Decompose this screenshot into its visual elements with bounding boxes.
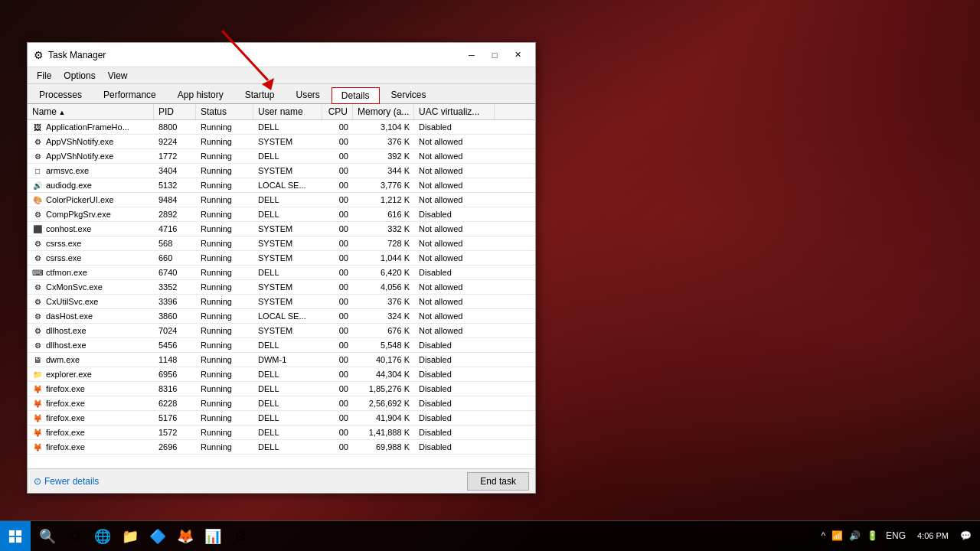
tab-processes[interactable]: Processes: [29, 86, 92, 103]
taskbar-excel[interactable]: 📊: [199, 521, 227, 552]
cell-uac: Not allowed: [414, 251, 507, 265]
table-row[interactable]: 🖥 dwm.exe 1148 Running DWM-1 00 40,176 K…: [28, 353, 535, 367]
table-row[interactable]: 🦊 firefox.exe 5176 Running DELL 00 41,90…: [28, 411, 535, 425]
table-row[interactable]: □ armsvc.exe 3404 Running SYSTEM 00 344 …: [28, 164, 535, 178]
cell-pid: 3352: [154, 280, 196, 294]
maximize-button[interactable]: □: [483, 47, 506, 64]
tray-language[interactable]: ENG: [884, 530, 908, 541]
close-button[interactable]: ✕: [506, 47, 529, 64]
table-row[interactable]: ⚙ dllhost.exe 5456 Running DELL 00 5,548…: [28, 338, 535, 353]
table-row[interactable]: 🦊 firefox.exe 8316 Running DELL 00 1,85,…: [28, 382, 535, 396]
svg-rect-2: [9, 530, 15, 535]
start-button[interactable]: [0, 521, 31, 552]
cell-uac: Disabled: [414, 353, 507, 367]
table-row[interactable]: 📁 explorer.exe 6956 Running DELL 00 44,3…: [28, 367, 535, 382]
cell-uac: Not allowed: [414, 178, 507, 192]
taskbar-explorer[interactable]: 📁: [116, 521, 144, 552]
taskbar-firefox[interactable]: 🦊: [172, 521, 199, 552]
process-name: AppVShNotify.exe: [46, 137, 113, 146]
cell-memory: 1,41,888 K: [353, 425, 414, 439]
bottom-bar: ⊙ Fewer details End task: [28, 468, 535, 493]
cell-name: 🎨 ColorPickerUI.exe: [28, 193, 154, 207]
col-header-user[interactable]: User name: [253, 104, 322, 119]
cell-uac: Disabled: [414, 266, 507, 279]
tray-volume[interactable]: 🔊: [847, 530, 863, 541]
table-row[interactable]: ⚙ AppVShNotify.exe 9224 Running SYSTEM 0…: [28, 135, 535, 149]
col-header-pid[interactable]: PID: [154, 104, 196, 119]
menu-options[interactable]: Options: [57, 70, 101, 82]
end-task-button[interactable]: End task: [467, 472, 529, 491]
table-row[interactable]: 🖼 ApplicationFrameHo... 8800 Running DEL…: [28, 120, 535, 135]
table-row[interactable]: 🦊 firefox.exe 6228 Running DELL 00 2,56,…: [28, 396, 535, 411]
table-row[interactable]: 🎨 ColorPickerUI.exe 9484 Running DELL 00…: [28, 193, 535, 207]
taskbar-clock[interactable]: 4:06 PM: [911, 530, 955, 542]
tab-users[interactable]: Users: [286, 86, 329, 103]
process-name: firefox.exe: [46, 399, 85, 408]
process-icon: ⚙: [32, 151, 43, 161]
taskbar-taskmanager[interactable]: ⚙: [227, 521, 254, 552]
cell-user: SYSTEM: [253, 164, 322, 178]
col-header-memory[interactable]: Memory (a...: [353, 104, 414, 119]
cell-status: Running: [196, 266, 253, 279]
table-row[interactable]: ⚙ AppVShNotify.exe 1772 Running DELL 00 …: [28, 149, 535, 164]
tray-notification[interactable]: 💬: [958, 530, 974, 541]
table-row[interactable]: ⚙ CxMonSvc.exe 3352 Running SYSTEM 00 4,…: [28, 280, 535, 295]
cell-status: Running: [196, 425, 253, 439]
cell-cpu: 00: [322, 178, 353, 192]
table-row[interactable]: ⚙ dasHost.exe 3860 Running LOCAL SE... 0…: [28, 309, 535, 324]
taskbar-task-view[interactable]: ⧉: [61, 521, 89, 552]
table-row[interactable]: ⚙ csrss.exe 568 Running SYSTEM 00 728 K …: [28, 236, 535, 251]
process-name: firefox.exe: [46, 428, 85, 437]
cell-pid: 1572: [154, 425, 196, 439]
table-row[interactable]: ⚙ CompPkgSrv.exe 2892 Running DELL 00 61…: [28, 207, 535, 222]
table-row[interactable]: 🔊 audiodg.exe 5132 Running LOCAL SE... 0…: [28, 178, 535, 193]
table-row[interactable]: 🦊 firefox.exe 1572 Running DELL 00 1,41,…: [28, 425, 535, 440]
col-header-cpu[interactable]: CPU: [322, 104, 353, 119]
cell-cpu: 00: [322, 396, 353, 410]
cell-user: DELL: [253, 396, 322, 410]
table-row[interactable]: ⬛ conhost.exe 4716 Running SYSTEM 00 332…: [28, 222, 535, 236]
table-row[interactable]: ⌨ ctfmon.exe 6740 Running DELL 00 6,420 …: [28, 266, 535, 280]
cell-name: ⚙ AppVShNotify.exe: [28, 149, 154, 163]
cell-user: DELL: [253, 338, 322, 352]
tab-app-history[interactable]: App history: [168, 86, 234, 103]
process-name: firefox.exe: [46, 413, 85, 422]
tray-battery[interactable]: 🔋: [864, 530, 880, 541]
process-name: dllhost.exe: [46, 326, 87, 335]
menu-file[interactable]: File: [31, 70, 57, 82]
table-row[interactable]: ⚙ CxUtilSvc.exe 3396 Running SYSTEM 00 3…: [28, 295, 535, 309]
fewer-details-button[interactable]: ⊙ Fewer details: [34, 476, 99, 487]
tray-network[interactable]: 📶: [829, 530, 845, 541]
cell-name: 🔊 audiodg.exe: [28, 178, 154, 192]
clock-time: 4:06 PM: [917, 530, 949, 542]
cell-memory: 4,056 K: [353, 280, 414, 294]
table-row[interactable]: ⚙ csrss.exe 660 Running SYSTEM 00 1,044 …: [28, 251, 535, 266]
minimize-button[interactable]: ─: [460, 47, 483, 64]
process-icon: ⚙: [32, 238, 43, 249]
cell-name: 🖼 ApplicationFrameHo...: [28, 120, 154, 134]
tab-details[interactable]: Details: [332, 87, 380, 104]
cell-name: ⌨ ctfmon.exe: [28, 266, 154, 279]
cell-cpu: 00: [322, 295, 353, 308]
taskbar-search[interactable]: 🔍: [34, 521, 61, 552]
cell-memory: 324 K: [353, 309, 414, 323]
table-body[interactable]: 🖼 ApplicationFrameHo... 8800 Running DEL…: [28, 120, 535, 468]
cell-uac: Disabled: [414, 440, 507, 454]
cell-user: DELL: [253, 440, 322, 454]
col-header-name[interactable]: Name: [28, 104, 154, 119]
col-header-status[interactable]: Status: [196, 104, 253, 119]
taskbar-edge2[interactable]: 🔷: [144, 521, 172, 552]
tray-chevron[interactable]: ^: [818, 530, 828, 541]
table-row[interactable]: ⚙ dllhost.exe 7024 Running SYSTEM 00 676…: [28, 324, 535, 338]
cell-pid: 6956: [154, 367, 196, 381]
tab-performance[interactable]: Performance: [93, 86, 166, 103]
tab-startup[interactable]: Startup: [235, 86, 285, 103]
table-row[interactable]: 🦊 firefox.exe 2696 Running DELL 00 69,98…: [28, 440, 535, 455]
taskbar-edge[interactable]: 🌐: [89, 521, 116, 552]
cell-pid: 9484: [154, 193, 196, 207]
menu-view[interactable]: View: [102, 70, 134, 82]
cell-pid: 3404: [154, 164, 196, 178]
cell-memory: 2,56,692 K: [353, 396, 414, 410]
col-header-uac[interactable]: UAC virtualiz...: [414, 104, 495, 119]
tab-services[interactable]: Services: [381, 86, 436, 103]
